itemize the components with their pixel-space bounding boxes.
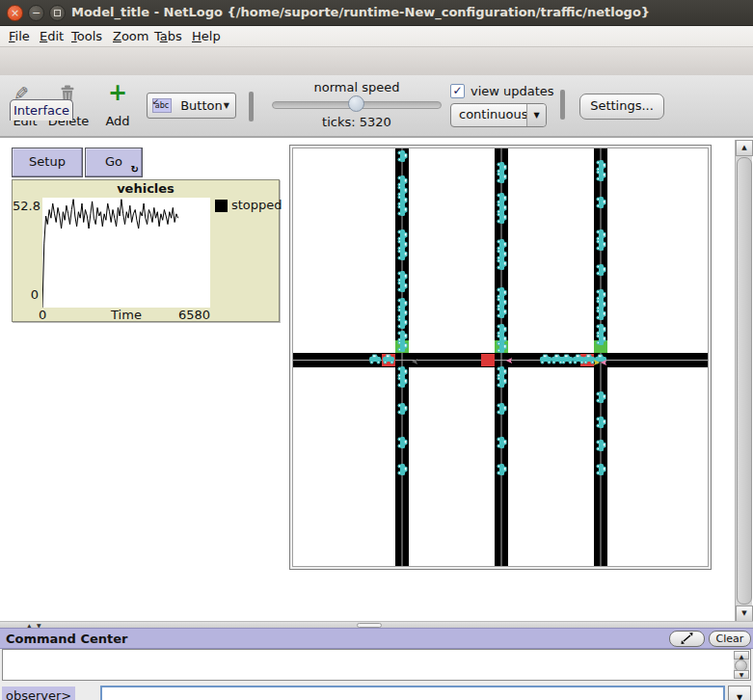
update-mode-dropdown[interactable]: continuous ▼	[450, 103, 547, 127]
view-updates-checkbox[interactable]: ✓	[450, 84, 465, 98]
interface-vertical-scrollbar[interactable]: ▲ ▼	[735, 140, 752, 622]
tab-interface[interactable]: Interface	[10, 99, 73, 121]
chevron-down-icon: ▼	[224, 101, 229, 110]
speed-slider-label: normal speed	[270, 80, 444, 94]
history-dropdown-icon[interactable]: ▼	[728, 686, 751, 700]
forever-icon: ↻	[131, 164, 139, 175]
observer-row: observer> ▼	[0, 682, 753, 700]
legend-swatch-stopped	[215, 200, 228, 212]
widget-type-value: Button	[180, 98, 223, 113]
command-center-output[interactable]: ▲ ▼	[2, 649, 751, 681]
menu-tools[interactable]: Tools	[71, 29, 102, 43]
command-center-splitter[interactable]: ▲ ▼	[0, 621, 753, 628]
scrollbar-thumb[interactable]	[737, 157, 752, 605]
menu-help[interactable]: Help	[192, 29, 221, 43]
view-updates-label: view updates	[471, 84, 554, 98]
menu-edit[interactable]: Edit	[40, 29, 64, 43]
menu-tabs[interactable]: Tabs	[154, 29, 182, 43]
plot-ymin-label: 0	[13, 287, 39, 302]
world-view-canvas[interactable]	[292, 148, 709, 567]
button-widget-icon: ↙abc	[152, 98, 172, 113]
add-button[interactable]: Add	[100, 114, 135, 128]
scroll-down-icon[interactable]: ▼	[736, 606, 753, 622]
chevron-down-icon: ▼	[526, 104, 546, 126]
expand-arrows-icon	[681, 633, 693, 644]
command-center-header: Command Center Clear	[0, 628, 753, 649]
settings-button[interactable]: Settings...	[579, 94, 664, 120]
command-center-title: Command Center	[6, 632, 127, 646]
tab-strip: Interface Info Code	[0, 47, 753, 75]
scroll-up-icon[interactable]: ▲	[734, 651, 749, 660]
cursor-icon: ↙	[152, 95, 159, 108]
command-input[interactable]	[100, 686, 725, 700]
add-plus-icon[interactable]: +	[108, 79, 127, 106]
toolbar-separator	[249, 92, 254, 121]
scroll-up-icon[interactable]: ▲	[736, 140, 753, 156]
world-view[interactable]	[289, 145, 712, 570]
plot-area	[42, 198, 210, 308]
plot-ymax-label: 52.8	[13, 199, 39, 213]
scroll-down-icon[interactable]: ▼	[734, 670, 749, 679]
toolbar-separator	[560, 90, 565, 120]
maximize-icon[interactable]	[49, 5, 66, 21]
window-title: Model_title - NetLogo {/home/suporte/run…	[71, 5, 650, 19]
plot-xmax-label: 6580	[42, 308, 210, 322]
interface-panel: Setup Go ↻ vehicles 52.8 0 0 Time 6580 s…	[0, 137, 753, 621]
netlogo-window: × − Model_title - NetLogo {/home/suporte…	[0, 0, 753, 700]
plot-title: vehicles	[13, 181, 279, 196]
titlebar: × − Model_title - NetLogo {/home/suporte…	[0, 0, 753, 26]
menu-file[interactable]: File	[9, 29, 30, 43]
update-mode-value: continuous	[459, 107, 528, 121]
toolbar: ✎ Edit Delete + Add ↙abc Button ▼ normal…	[0, 75, 753, 137]
ticks-counter: ticks: 5320	[270, 115, 444, 129]
traffic-simulation	[293, 148, 709, 567]
legend-label: stopped	[231, 198, 282, 212]
expand-button[interactable]	[669, 631, 705, 647]
vehicles-plot: vehicles 52.8 0 0 Time 6580 stopped	[12, 179, 280, 322]
clear-button[interactable]: Clear	[709, 631, 751, 647]
observer-prompt: observer>	[2, 687, 75, 700]
menu-zoom[interactable]: Zoom	[113, 29, 148, 43]
plot-line-chart	[42, 198, 210, 308]
setup-button[interactable]: Setup	[12, 148, 83, 177]
minimize-icon[interactable]: −	[28, 5, 44, 21]
widget-type-dropdown[interactable]: ↙abc Button ▼	[147, 93, 236, 119]
output-scrollbar[interactable]: ▲ ▼	[734, 651, 749, 679]
close-icon[interactable]: ×	[7, 5, 23, 21]
menubar: File Edit Tools Zoom Tabs Help	[0, 26, 753, 47]
go-button[interactable]: Go ↻	[85, 148, 143, 177]
speed-slider-thumb[interactable]	[348, 95, 364, 112]
